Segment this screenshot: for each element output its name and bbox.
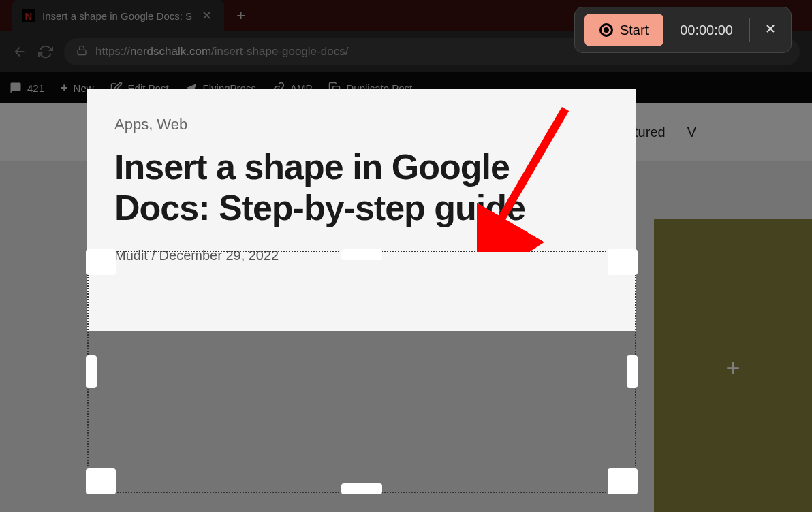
article-card: Apps, Web Insert a shape in Google Docs:… — [87, 89, 636, 331]
recorder-close-button[interactable] — [760, 18, 781, 43]
article-author[interactable]: Mudit — [114, 248, 148, 263]
admin-comments[interactable]: 421 — [10, 82, 44, 94]
article-date: December 29, 2022 — [159, 248, 279, 263]
tab-favicon: N — [22, 9, 35, 22]
new-tab-button[interactable]: + — [236, 7, 245, 25]
lock-icon — [76, 45, 87, 59]
nav-item-partial[interactable]: V — [687, 125, 696, 140]
reload-button[interactable] — [38, 44, 53, 59]
divider — [749, 18, 750, 42]
browser-tab[interactable]: N Insert a shape in Google Docs: S ✕ — [12, 0, 224, 31]
article-meta: Mudit / December 29, 2022 — [114, 248, 609, 263]
comments-count: 421 — [27, 82, 44, 94]
article-title: Insert a shape in Google Docs: Step-by-s… — [114, 147, 609, 229]
plus-icon: + — [61, 81, 68, 95]
screen-recorder-bar: Start 00:00:00 — [574, 7, 792, 53]
add-icon: + — [725, 354, 740, 383]
record-timer: 00:00:00 — [673, 22, 740, 38]
url-text: https://nerdschalk.com/insert-shape-goog… — [95, 45, 348, 59]
sidebar-widget[interactable]: + — [654, 219, 812, 512]
tab-title: Insert a shape in Google Docs: S — [42, 10, 192, 22]
back-button[interactable] — [12, 44, 27, 59]
record-icon — [599, 23, 613, 37]
svg-rect-0 — [78, 50, 86, 54]
article-categories[interactable]: Apps, Web — [114, 116, 609, 133]
record-start-button[interactable]: Start — [584, 14, 663, 46]
tab-close-button[interactable]: ✕ — [199, 7, 215, 25]
